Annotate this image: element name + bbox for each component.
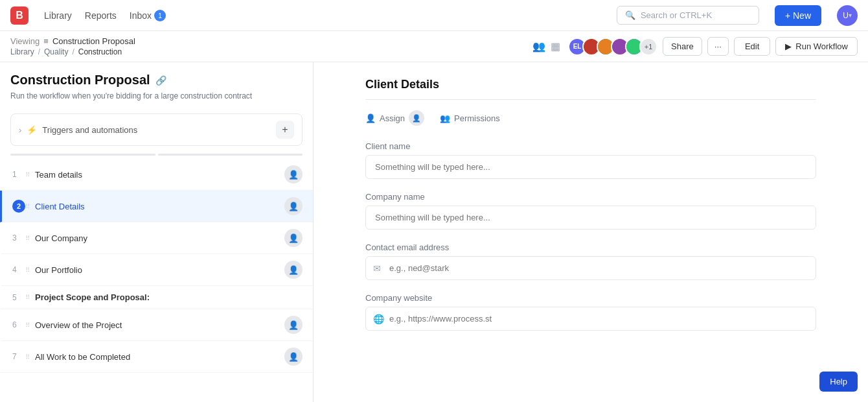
run-label: Run Workflow [795, 41, 848, 51]
sidebar: Construction Proposal 🔗 Run the workflow… [0, 62, 314, 402]
company-name-input[interactable] [365, 206, 816, 230]
help-button[interactable]: Help [819, 372, 858, 392]
search-box[interactable]: 🔍 Search or CTRL+K [617, 6, 759, 25]
step-name: All Work to be Completed [35, 352, 284, 362]
assign-row: 👤 Assign 👤 👥 Permissions [365, 110, 816, 126]
email-icon: ✉ [373, 263, 381, 274]
drag-handle-icon: ⠿ [25, 203, 30, 210]
doc-title: Construction Proposal [52, 36, 135, 46]
app-logo[interactable]: B [10, 6, 29, 25]
website-input-wrapper: 🌐 [365, 307, 816, 331]
breadcrumb: Library / Quality / Construction [10, 47, 135, 56]
share-button[interactable]: Share [663, 37, 702, 56]
step-assignee-icon: 👤 [284, 348, 303, 366]
step-item[interactable]: 5 ⠿ Project Scope and Proposal: [0, 286, 313, 309]
email-label: Contact email address [365, 242, 816, 252]
email-input-wrapper: ✉ [365, 256, 816, 280]
breadcrumb-library[interactable]: Library [10, 47, 34, 56]
nav-inbox[interactable]: Inbox 1 [130, 10, 166, 21]
step-number: 3 [12, 233, 25, 242]
step-item[interactable]: 4 ⠿ Our Portfolio 👤 [0, 254, 313, 286]
step-name: Our Company [35, 233, 284, 243]
assign-button[interactable]: 👤 Assign 👤 [365, 110, 424, 126]
step-assignee-icon: 👤 [284, 197, 303, 215]
run-workflow-button[interactable]: ▶ Run Workflow [775, 37, 858, 56]
step-item-active[interactable]: 2 ⠿ Client Details 👤 [0, 191, 313, 222]
sidebar-title: Construction Proposal 🔗 [10, 73, 303, 88]
client-name-label: Client name [365, 141, 816, 151]
step-number: 6 [12, 320, 25, 329]
inbox-badge: 1 [154, 10, 166, 21]
edit-button[interactable]: Edit [734, 37, 770, 56]
step-assignee-icon: 👤 [284, 165, 303, 183]
company-name-label: Company name [365, 192, 816, 202]
avatar-group: EL +1 [568, 38, 657, 56]
client-name-input[interactable] [365, 155, 816, 179]
link-icon[interactable]: 🔗 [155, 75, 166, 86]
assign-person-icon: 👤 [365, 113, 376, 123]
website-label: Company website [365, 293, 816, 303]
website-group: Company website 🌐 [365, 293, 816, 331]
assign-avatar: 👤 [409, 110, 424, 126]
nav-library[interactable]: Library [44, 10, 72, 21]
main-layout: Construction Proposal 🔗 Run the workflow… [0, 62, 868, 402]
step-name: Our Portfolio [35, 265, 284, 275]
step-assignee-icon: 👤 [284, 229, 303, 247]
breadcrumb-construction: Construction [78, 47, 122, 56]
step-name: Project Scope and Proposal: [35, 292, 303, 302]
step-item[interactable]: 6 ⠿ Overview of the Project 👤 [0, 309, 313, 341]
sub-header: Viewing ≡ Construction Proposal Library … [0, 31, 868, 62]
step-name-active: Client Details [35, 202, 284, 211]
step-number: 5 [12, 293, 25, 302]
drag-handle-icon: ⠿ [25, 294, 30, 301]
run-icon: ▶ [785, 41, 792, 51]
step-number: 4 [12, 265, 25, 274]
email-input[interactable] [365, 256, 816, 280]
triggers-row[interactable]: › ⚡ Triggers and automations + [10, 113, 303, 146]
manage-members-icon[interactable]: 👥 [532, 40, 545, 53]
drag-handle-icon: ⠿ [25, 322, 30, 329]
step-item[interactable]: 7 ⠿ All Work to be Completed 👤 [0, 341, 313, 373]
step-number-active: 2 [12, 200, 25, 213]
step-name: Overview of the Project [35, 320, 284, 330]
avatar-count: +1 [639, 38, 657, 56]
user-avatar[interactable]: U ▾ [837, 5, 858, 26]
step-number: 1 [12, 170, 25, 179]
grid-icon[interactable]: ▦ [551, 40, 560, 53]
sidebar-header: Construction Proposal 🔗 Run the workflow… [0, 62, 313, 106]
client-name-group: Client name [365, 141, 816, 179]
nav-reports[interactable]: Reports [85, 10, 117, 21]
chevron-right-icon: › [19, 125, 21, 135]
steps-list: 1 ⠿ Team details 👤 2 ⠿ Client Details 👤 … [0, 156, 313, 375]
nav-links: Library Reports Inbox 1 [44, 10, 166, 21]
permissions-button[interactable]: 👥 Permissions [440, 113, 500, 123]
viewing-info: Viewing ≡ Construction Proposal Library … [10, 36, 135, 56]
content-area: Client Details 👤 Assign 👤 👥 Permissions … [314, 62, 868, 402]
globe-icon: 🌐 [373, 314, 384, 324]
company-name-group: Company name [365, 192, 816, 230]
top-nav: B Library Reports Inbox 1 🔍 Search or CT… [0, 0, 868, 31]
new-button[interactable]: + New [775, 5, 821, 26]
sidebar-description: Run the workflow when you're bidding for… [10, 91, 303, 100]
drag-handle-icon: ⠿ [25, 171, 30, 178]
triggers-left: › ⚡ Triggers and automations [19, 125, 137, 135]
bolt-icon: ⚡ [27, 125, 37, 135]
step-assignee-icon: 👤 [284, 316, 303, 334]
breadcrumb-quality[interactable]: Quality [44, 47, 68, 56]
step-assignee-icon: 👤 [284, 261, 303, 279]
step-name: Team details [35, 170, 284, 180]
content-inner: Client Details 👤 Assign 👤 👥 Permissions … [345, 62, 837, 359]
doc-icon: ≡ [43, 36, 49, 46]
viewing-label: Viewing [10, 36, 40, 46]
step-item[interactable]: 1 ⠿ Team details 👤 [0, 159, 313, 191]
step-number: 7 [12, 352, 25, 361]
website-input[interactable] [365, 307, 816, 331]
permissions-icon: 👥 [440, 113, 450, 123]
more-button[interactable]: ··· [707, 37, 729, 56]
add-trigger-button[interactable]: + [276, 121, 294, 139]
step-item[interactable]: 3 ⠿ Our Company 👤 [0, 222, 313, 254]
drag-handle-icon: ⠿ [25, 266, 30, 274]
subheader-actions: 👥 ▦ EL +1 Share ··· Edit ▶ Run Workflow [532, 37, 858, 56]
section-title: Client Details [365, 78, 816, 100]
email-group: Contact email address ✉ [365, 242, 816, 280]
